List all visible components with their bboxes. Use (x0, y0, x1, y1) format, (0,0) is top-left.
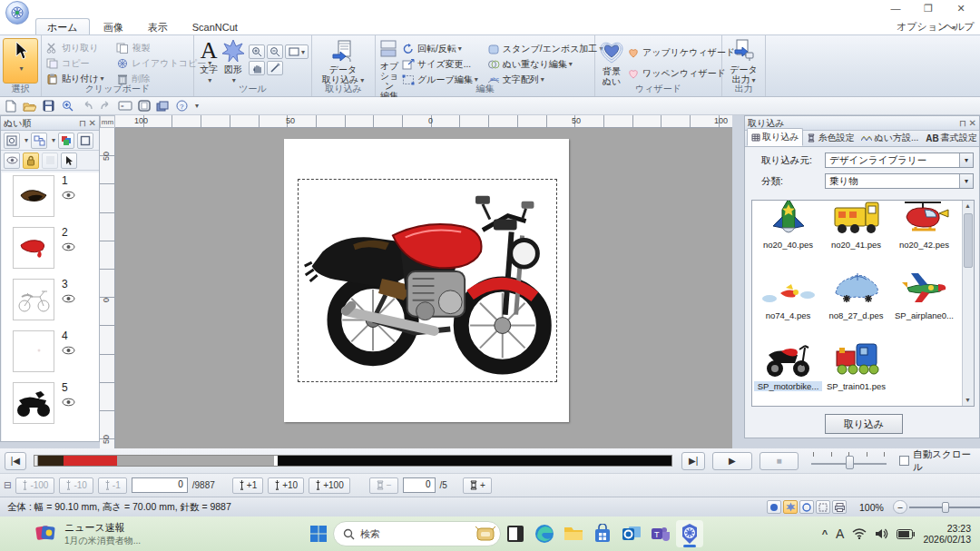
color-counter-field[interactable]: 0 (403, 477, 436, 493)
tab-format-settings[interactable]: AB 書式設定 (922, 130, 980, 146)
minimize-button[interactable]: — (880, 0, 911, 16)
library-item[interactable]: no20_41.pes (822, 200, 890, 259)
shape-tool-button[interactable]: 図形▾ (221, 37, 246, 85)
ms-store-button[interactable] (589, 520, 616, 547)
open-file-button[interactable] (22, 99, 37, 113)
sew-order-item-1[interactable]: 1 (2, 172, 99, 224)
hoop-settings-button[interactable] (136, 99, 152, 113)
import-from-select[interactable]: デザインライブラリー ▾ (825, 153, 974, 168)
data-output-button[interactable]: データ出力▾ (725, 37, 762, 85)
stitch-fwd-100-button[interactable]: +100 (309, 477, 350, 494)
copy-button[interactable]: コピー (44, 55, 105, 71)
tab-sew-settings[interactable]: ぬい方設... (858, 130, 922, 146)
scrollbar-thumb[interactable] (964, 213, 973, 268)
start-button[interactable] (305, 520, 332, 547)
select-tool-button[interactable]: ▾ (3, 38, 38, 84)
sew-order-item-3[interactable]: 3 (2, 276, 99, 328)
save-button[interactable] (41, 99, 56, 113)
library-item[interactable]: no8_27_d.pes (822, 259, 890, 330)
visibility-eye-icon[interactable] (62, 294, 75, 303)
pan-tool-button[interactable] (249, 61, 265, 75)
stitch-view-button[interactable] (783, 500, 798, 514)
zoom-in-button[interactable] (249, 44, 265, 59)
app-menu-button[interactable] (5, 1, 29, 25)
background-sew-button[interactable]: 背景ぬい (598, 37, 625, 86)
autoscroll-checkbox[interactable] (899, 456, 909, 466)
ime-indicator[interactable]: A (836, 526, 844, 541)
close-button[interactable]: ✕ (946, 0, 976, 16)
library-item-selected[interactable]: SP_motorbike... (754, 330, 822, 400)
undo-button[interactable] (79, 99, 94, 113)
speed-slider[interactable] (811, 452, 887, 470)
category-select[interactable]: 乗り物 ▾ (825, 173, 974, 189)
library-item[interactable]: SP_train01.pes (822, 330, 890, 400)
sew-group-button[interactable] (31, 133, 47, 149)
outline-view-button[interactable] (77, 133, 93, 149)
help-button[interactable]: ? (174, 99, 190, 113)
zoom-out-button[interactable]: − (893, 500, 907, 514)
zoom-slider-thumb[interactable] (942, 502, 949, 513)
edge-browser-button[interactable] (531, 520, 558, 547)
scroll-down-icon[interactable]: ▼ (963, 395, 973, 406)
wireframe-view-button[interactable] (799, 500, 814, 514)
color-fwd-button[interactable]: + (463, 477, 492, 494)
overlap-edit-button[interactable]: ぬい重なり編集▾ (485, 56, 605, 72)
tab-thread-color[interactable]: 糸色設定 (803, 130, 858, 146)
slider-thumb[interactable] (846, 456, 854, 469)
pin-icon[interactable]: ⊓ (79, 118, 86, 128)
design-canvas[interactable] (115, 128, 732, 448)
motorcycle-design[interactable] (299, 180, 556, 381)
tab-image[interactable]: 画像 (93, 19, 134, 35)
skip-to-end-button[interactable]: ▶| (681, 452, 705, 470)
applique-wizard-button[interactable]: アップリケウィザード (625, 44, 737, 60)
design-property-button[interactable]: = (117, 99, 132, 113)
tab-home[interactable]: ホーム (35, 18, 90, 34)
sew-order-item-2[interactable]: 2 (2, 224, 99, 276)
wifi-icon[interactable] (852, 528, 867, 539)
zoom-button[interactable] (60, 99, 75, 113)
dropdown-arrow-icon[interactable]: ▾ (52, 136, 55, 144)
select-in-list-button[interactable] (61, 153, 77, 169)
library-item[interactable]: no74_4.pes (754, 259, 822, 330)
pedesign-app-button[interactable] (676, 520, 703, 547)
scroll-up-icon[interactable]: ▲ (963, 201, 973, 212)
panel-close-icon[interactable]: ✕ (89, 118, 96, 128)
teams-button[interactable]: T (647, 520, 674, 547)
measure-tool-button[interactable] (267, 61, 283, 75)
stitch-color-progress-bar[interactable] (34, 455, 673, 467)
pin-icon[interactable]: ⊓ (959, 118, 966, 128)
stitch-fwd-10-button[interactable]: +10 (268, 477, 304, 494)
library-scrollbar[interactable]: ▲ ▼ (962, 201, 974, 406)
collapse-simulator-button[interactable]: ⊟ (4, 480, 11, 490)
show-hide-button[interactable] (4, 153, 20, 169)
library-item[interactable]: no20_42.pes (890, 200, 958, 259)
color-blocks-button[interactable] (58, 133, 74, 149)
taskbar-search[interactable]: 検索 (333, 521, 501, 546)
tab-import[interactable]: 取り込み (747, 128, 803, 146)
tab-view[interactable]: 表示 (137, 19, 179, 35)
taskbar-clock[interactable]: 23:23 2026/02/13 (923, 523, 971, 545)
rotate-flip-button[interactable]: 回転/反転▾ (400, 41, 480, 56)
library-item[interactable]: SP_airplane0... (890, 259, 958, 330)
resize-button[interactable]: サイズ変更... (400, 56, 480, 72)
stamp-emboss-button[interactable]: スタンプ/エンボス加工▾ (485, 41, 605, 56)
qat-more-button[interactable]: ▾ (195, 102, 199, 110)
print-preview-button[interactable] (832, 500, 847, 514)
new-file-button[interactable] (3, 99, 18, 113)
outlook-button[interactable] (618, 520, 645, 547)
data-import-button[interactable]: データ取り込み▾ (315, 37, 371, 85)
cut-button[interactable]: 切り取り (44, 40, 105, 55)
sew-frame-button[interactable] (4, 133, 20, 149)
dropdown-arrow-icon[interactable]: ▾ (24, 136, 28, 144)
visibility-eye-icon[interactable] (62, 398, 75, 407)
stitch-fwd-1-button[interactable]: +1 (232, 477, 263, 494)
news-widget[interactable]: ニュース速報 1月の米消費者物... (34, 521, 252, 547)
stitch-counter-field[interactable]: 0 (132, 477, 188, 493)
play-button[interactable]: ▶ (712, 452, 752, 470)
zoom-out-button[interactable] (267, 44, 283, 59)
zoom-slider[interactable] (909, 507, 980, 508)
design-settings-button[interactable] (155, 99, 171, 113)
visibility-eye-icon[interactable] (62, 242, 75, 251)
restore-button[interactable]: ❐ (913, 0, 944, 16)
speaker-icon[interactable] (875, 528, 888, 539)
